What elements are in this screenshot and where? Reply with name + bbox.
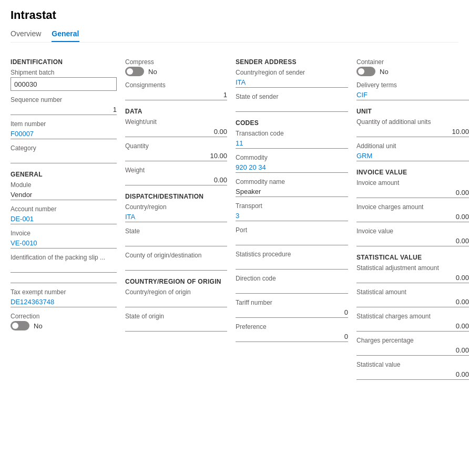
compress-toggle-row: No xyxy=(125,67,227,76)
category-value xyxy=(11,153,117,163)
shipment-batch-input[interactable] xyxy=(11,77,117,91)
stat-value-label: Statistical value xyxy=(356,361,469,368)
country-region-origin-value xyxy=(125,297,227,307)
tariff-number-value: 0 xyxy=(236,307,348,318)
qty-additional-field: Quantity of additional units 10.00 xyxy=(356,118,469,137)
invoice-charges-label: Invoice charges amount xyxy=(356,203,469,211)
direction-code-value xyxy=(236,283,348,294)
delivery-terms-value[interactable]: CIF xyxy=(356,90,469,100)
col-1: IDENTIFICATION Shipment batch Sequence n… xyxy=(11,51,121,336)
dispatch-country-label: Country/region xyxy=(125,203,227,211)
tab-overview[interactable]: Overview xyxy=(11,26,41,42)
invoice-value-title: INVOICE VALUE xyxy=(356,169,469,176)
statistics-procedure-value xyxy=(236,259,348,270)
invoice-amount-value: 0.00 xyxy=(356,188,469,198)
item-number-label: Item number xyxy=(11,120,117,128)
transport-value[interactable]: 3 xyxy=(236,211,348,221)
transport-label: Transport xyxy=(236,202,348,210)
container-toggle-row: No xyxy=(356,67,469,76)
additional-unit-field: Additional unit GRM xyxy=(356,142,469,161)
compress-label: Compress xyxy=(125,58,227,66)
stat-value-field: Statistical value 0.00 xyxy=(356,361,469,380)
account-number-value[interactable]: DE-001 xyxy=(11,214,117,224)
consignments-field: Consignments 1 xyxy=(125,81,227,100)
item-number-field: Item number F00007 xyxy=(11,120,117,139)
state-of-origin-value xyxy=(125,321,227,332)
module-label: Module xyxy=(11,181,117,189)
preference-label: Preference xyxy=(236,323,348,330)
compress-toggle[interactable] xyxy=(125,67,144,76)
weight-field: Weight 0.00 xyxy=(125,167,227,185)
tax-exempt-field: Tax exempt number DE124363748 xyxy=(11,288,117,307)
packing-slip-label: Identification of the packing slip ... xyxy=(11,254,117,261)
preference-field: Preference 0 xyxy=(236,323,348,342)
direction-code-field: Direction code xyxy=(236,275,348,294)
dispatch-country-value[interactable]: ITA xyxy=(125,212,227,222)
container-toggle[interactable] xyxy=(356,67,375,76)
charges-pct-label: Charges percentage xyxy=(356,337,469,344)
dispatch-state-field: State xyxy=(125,227,227,246)
weight-value: 0.00 xyxy=(125,175,227,185)
module-field: Module Vendor xyxy=(11,181,117,200)
tax-exempt-value[interactable]: DE124363748 xyxy=(11,297,117,307)
country-region-sender-label: Country/region of sender xyxy=(236,69,348,76)
stat-adjustment-label: Statistical adjustment amount xyxy=(356,264,469,272)
stat-charges-label: Statistical charges amount xyxy=(356,313,469,320)
preference-value: 0 xyxy=(236,332,348,342)
commodity-value[interactable]: 920 20 34 xyxy=(236,162,348,173)
transaction-code-label: Transaction code xyxy=(236,130,348,137)
dispatch-state-value xyxy=(125,236,227,246)
data-section-title: DATA xyxy=(125,108,227,115)
delivery-terms-field: Delivery terms CIF xyxy=(356,81,469,100)
port-label: Port xyxy=(236,226,348,234)
delivery-terms-label: Delivery terms xyxy=(356,81,469,89)
commodity-label: Commodity xyxy=(236,154,348,161)
weight-unit-field: Weight/unit 0.00 xyxy=(125,118,227,137)
commodity-name-field: Commodity name Speaker xyxy=(236,178,348,197)
item-number-value[interactable]: F00007 xyxy=(11,129,117,139)
invoice-charges-field: Invoice charges amount 0.00 xyxy=(356,203,469,222)
col-2: Compress No Consignments 1 DATA Weight/u… xyxy=(121,51,231,337)
invoice-charges-value: 0.00 xyxy=(356,212,469,222)
county-field: County of origin/destination xyxy=(125,252,227,271)
codes-title: CODES xyxy=(236,119,348,127)
transaction-code-field: Transaction code 11 xyxy=(236,130,348,149)
weight-label: Weight xyxy=(125,167,227,174)
qty-additional-label: Quantity of additional units xyxy=(356,118,469,126)
transaction-code-value[interactable]: 11 xyxy=(236,138,348,149)
stat-amount-label: Statistical amount xyxy=(356,288,469,296)
packing-slip-value xyxy=(11,262,117,273)
identification-title: IDENTIFICATION xyxy=(11,58,117,66)
account-number-label: Account number xyxy=(11,205,117,213)
county-value xyxy=(125,260,227,271)
quantity-label: Quantity xyxy=(125,142,227,150)
country-region-sender-value[interactable]: ITA xyxy=(236,77,348,88)
correction-field: Correction No xyxy=(11,313,117,330)
correction-label: Correction xyxy=(11,313,117,320)
qty-additional-value: 10.00 xyxy=(356,127,469,137)
additional-unit-value[interactable]: GRM xyxy=(356,151,469,161)
invoice-field: Invoice VE-0010 xyxy=(11,230,117,249)
country-region-origin-title: COUNTRY/REGION OF ORIGIN xyxy=(125,278,227,285)
stat-charges-value: 0.00 xyxy=(356,321,469,332)
sequence-number-field: Sequence number 1 xyxy=(11,96,117,115)
state-sender-value xyxy=(236,101,348,112)
category-label: Category xyxy=(11,144,117,152)
dispatch-country-field: Country/region ITA xyxy=(125,203,227,222)
statistics-procedure-field: Statistics procedure xyxy=(236,251,348,270)
correction-toggle-row: No xyxy=(11,321,117,330)
invoice-amount-label: Invoice amount xyxy=(356,179,469,187)
invoice-value-field: Invoice value 0.00 xyxy=(356,227,469,246)
state-of-origin-field: State of origin xyxy=(125,313,227,332)
tab-general[interactable]: General xyxy=(52,26,79,42)
invoice-value[interactable]: VE-0010 xyxy=(11,238,117,249)
shipment-batch-field: Shipment batch xyxy=(11,69,117,91)
sequence-number-label: Sequence number xyxy=(11,96,117,104)
stat-amount-field: Statistical amount 0.00 xyxy=(356,288,469,307)
stat-charges-field: Statistical charges amount 0.00 xyxy=(356,313,469,332)
correction-toggle[interactable] xyxy=(11,321,29,330)
account-number-field: Account number DE-001 xyxy=(11,205,117,224)
invoice-amount-field: Invoice amount 0.00 xyxy=(356,179,469,198)
container-toggle-label: No xyxy=(380,68,389,76)
packing-slip-value2 xyxy=(11,273,117,283)
